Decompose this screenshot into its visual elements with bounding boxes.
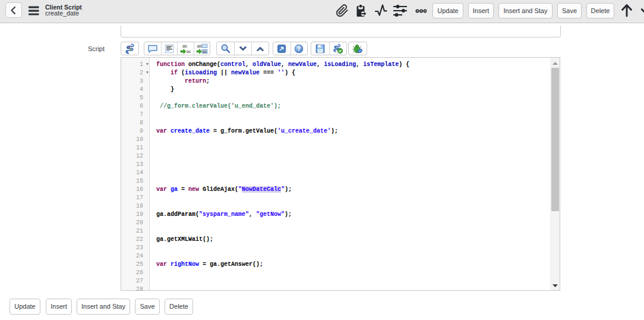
svg-text:ac: ac	[187, 49, 191, 54]
svg-text:ab: ab	[182, 44, 187, 48]
svg-text:ac: ac	[203, 49, 207, 53]
svg-text:?: ?	[297, 45, 301, 52]
svg-text:ab: ab	[197, 44, 201, 48]
